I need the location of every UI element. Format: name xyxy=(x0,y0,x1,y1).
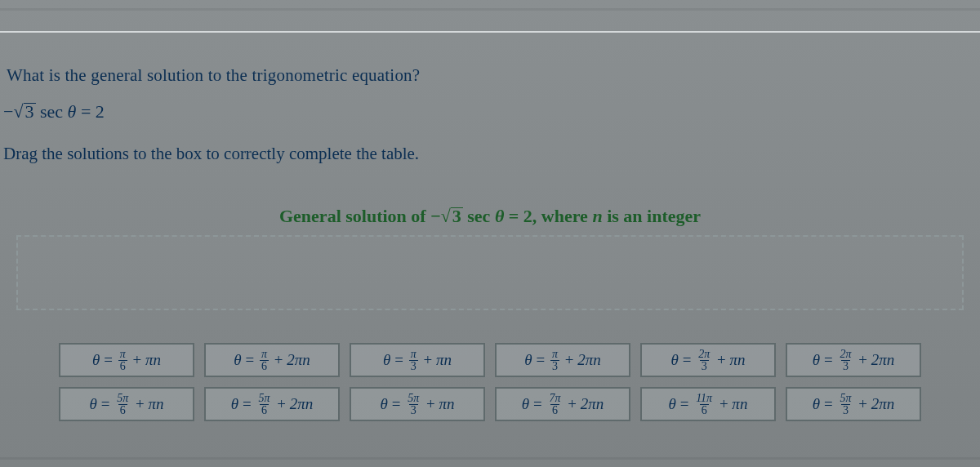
frac-den: 6 xyxy=(260,360,269,372)
tile-plus: + xyxy=(713,351,729,369)
given-equation: −√3 sec θ = 2 xyxy=(3,101,105,122)
tile-period: πn xyxy=(145,351,161,369)
tile-plus: + xyxy=(854,351,871,369)
tile-fraction: π3 xyxy=(550,349,559,372)
tile-eq: = xyxy=(532,351,549,369)
tile-period: 2πn xyxy=(871,395,895,413)
answer-tile[interactable]: θ = π3 + πn xyxy=(350,343,485,377)
answer-tile[interactable]: θ = π6 + 2πn xyxy=(204,343,340,377)
frac-num: 2π xyxy=(697,349,711,360)
tile-eq: = xyxy=(679,351,695,369)
title-func: sec xyxy=(467,206,490,226)
tile-eq: = xyxy=(100,351,116,369)
frac-den: 3 xyxy=(409,360,418,372)
tile-theta: θ xyxy=(383,351,390,369)
tile-theta: θ xyxy=(813,351,820,369)
answer-tile[interactable]: θ = 11π6 + πn xyxy=(640,387,776,421)
answer-tile[interactable]: θ = 5π3 + 2πn xyxy=(786,387,921,421)
tile-theta: θ xyxy=(524,351,532,369)
frac-num: 5π xyxy=(838,393,853,404)
tile-eq: = xyxy=(390,351,407,369)
answer-tile[interactable]: θ = π3 + 2πn xyxy=(495,343,630,377)
title-prefix: − xyxy=(430,206,441,226)
frac-num: π xyxy=(409,349,418,360)
tile-plus: + xyxy=(561,351,577,369)
tile-fraction: 5π6 xyxy=(256,393,271,416)
tile-period: 2πn xyxy=(577,351,601,369)
frac-num: 11π xyxy=(694,393,714,404)
answer-tile[interactable]: θ = π6 + πn xyxy=(59,343,194,377)
frac-num: 2π xyxy=(838,349,853,360)
tile-period: 2πn xyxy=(871,351,895,369)
tile-theta: θ xyxy=(522,395,529,413)
table-title: General solution of −√3 sec θ = 2, where… xyxy=(0,206,980,227)
tile-period: πn xyxy=(439,395,454,413)
sqrt: √3 xyxy=(13,103,35,121)
instruction-text: Drag the solutions to the box to correct… xyxy=(3,144,419,164)
frac-den: 3 xyxy=(841,404,850,416)
tile-fraction: 5π3 xyxy=(838,393,853,416)
tile-period: 2πn xyxy=(290,395,314,413)
tile-fraction: π6 xyxy=(260,349,269,372)
frac-den: 6 xyxy=(118,360,127,372)
divider xyxy=(0,31,980,33)
frac-num: 7π xyxy=(547,393,562,404)
tile-plus: + xyxy=(273,395,289,413)
frac-den: 6 xyxy=(550,404,559,416)
sqrt: √3 xyxy=(441,207,463,225)
frac-num: 5π xyxy=(256,393,271,404)
tile-plus: + xyxy=(422,395,439,413)
tile-plus: + xyxy=(270,351,287,369)
frac-den: 6 xyxy=(260,404,269,416)
title-tail: , where xyxy=(532,206,593,226)
frac-num: 5π xyxy=(115,393,130,404)
eq-rhs: 2 xyxy=(96,101,105,122)
radicand: 3 xyxy=(451,207,463,225)
tile-period: 2πn xyxy=(287,351,310,369)
tile-fraction: π6 xyxy=(118,349,127,372)
tile-eq: = xyxy=(388,395,404,413)
answer-tile[interactable]: θ = 7π6 + 2πn xyxy=(495,387,630,421)
tile-eq: = xyxy=(97,395,114,413)
title-rhs: 2 xyxy=(523,206,532,226)
tile-plus: + xyxy=(420,351,436,369)
artifact xyxy=(0,457,980,460)
answer-tile[interactable]: θ = 2π3 + 2πn xyxy=(786,343,921,377)
answer-tile[interactable]: θ = 5π3 + πn xyxy=(350,387,485,421)
frac-den: 3 xyxy=(550,360,559,372)
tile-eq: = xyxy=(676,395,693,413)
tile-theta: θ xyxy=(234,351,241,369)
tile-period: πn xyxy=(732,395,747,413)
tile-period: 2πn xyxy=(581,395,604,413)
drop-target[interactable] xyxy=(16,235,964,310)
radical-icon: √ xyxy=(441,207,451,225)
frac-num: π xyxy=(260,349,269,360)
frac-den: 3 xyxy=(841,360,850,372)
tile-plus: + xyxy=(715,395,732,413)
answer-tile[interactable]: θ = 2π3 + πn xyxy=(640,343,776,377)
tile-theta: θ xyxy=(813,395,820,413)
question-text: What is the general solution to the trig… xyxy=(7,65,420,86)
answer-tile[interactable]: θ = 5π6 + 2πn xyxy=(204,387,340,421)
tile-eq: = xyxy=(238,395,255,413)
tile-theta: θ xyxy=(231,395,238,413)
frac-den: 3 xyxy=(700,360,709,372)
radicand: 3 xyxy=(24,103,36,120)
tile-row-2: θ = 5π6 + πnθ = 5π6 + 2πnθ = 5π3 + πnθ =… xyxy=(59,387,921,421)
tile-eq: = xyxy=(820,395,836,413)
title-lead: General solution of xyxy=(279,206,430,226)
page: What is the general solution to the trig… xyxy=(0,0,980,467)
tile-eq: = xyxy=(242,351,258,369)
tile-theta: θ xyxy=(90,395,97,413)
tile-fraction: 5π3 xyxy=(406,393,421,416)
tile-row-1: θ = π6 + πnθ = π6 + 2πnθ = π3 + πnθ = π3… xyxy=(59,343,921,377)
tile-period: πn xyxy=(436,351,452,369)
tile-plus: + xyxy=(854,395,871,413)
frac-den: 6 xyxy=(700,404,709,416)
tile-plus: + xyxy=(564,395,580,413)
tile-period: πn xyxy=(148,395,163,413)
tile-bank: θ = π6 + πnθ = π6 + 2πnθ = π3 + πnθ = π3… xyxy=(0,343,980,421)
answer-tile[interactable]: θ = 5π6 + πn xyxy=(59,387,194,421)
title-n: n xyxy=(592,206,602,226)
frac-den: 6 xyxy=(118,404,127,416)
